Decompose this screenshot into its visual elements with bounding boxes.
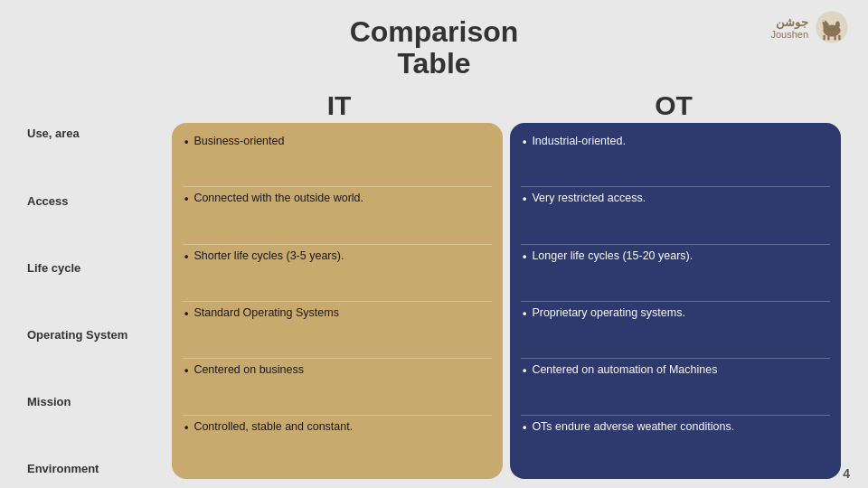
ot-text-lifecycle: Longer life cycles (15-20 years). (532, 249, 828, 264)
it-bullet-5: • (184, 420, 188, 436)
ot-bullet-4: • (523, 363, 526, 379)
it-cell-mission: • Centered on business (183, 359, 492, 416)
ot-text-os: Proprietary operating systems. (532, 305, 828, 321)
ot-bullet-5: • (523, 420, 526, 436)
svg-rect-5 (827, 35, 829, 41)
logo-text-area: جوشن Joushen (770, 15, 808, 40)
svg-rect-4 (823, 35, 825, 41)
row-label-environment: Environment (27, 458, 163, 479)
it-bullet-0: • (184, 135, 188, 150)
ot-bullet-0: • (523, 135, 526, 150)
title-line2: Table (397, 47, 470, 80)
row-labels-column: Use, area Access Life cycle Operating Sy… (27, 123, 172, 479)
ot-text-access: Very restricted access. (532, 191, 828, 206)
main-title: Comparison Table (350, 16, 519, 80)
ot-bullet-2: • (523, 249, 526, 265)
it-text-access: Connected with the outside world. (193, 191, 490, 206)
row-label-mission: Mission (27, 391, 163, 412)
it-column-header: IT (172, 90, 506, 121)
it-column: • Business-oriented • Connected with the… (172, 123, 503, 479)
it-bullet-2: • (184, 249, 188, 265)
logo-arabic: جوشن (770, 15, 808, 29)
it-text-use-area: Business-oriented (193, 134, 490, 149)
svg-point-9 (823, 21, 825, 23)
page-number: 4 (843, 466, 850, 481)
ot-cell-os: • Proprietary operating systems. (521, 302, 830, 359)
it-text-mission: Centered on business (193, 362, 490, 378)
it-text-os: Standard Operating Systems (193, 305, 490, 321)
it-bullet-3: • (184, 306, 188, 322)
page: جوشن Joushen Comparison Table IT OT (0, 0, 868, 488)
ot-column-header: OT (506, 90, 841, 121)
row-label-os: Operating System (27, 324, 163, 345)
title-area: Comparison Table (350, 16, 519, 80)
it-cell-os: • Standard Operating Systems (183, 302, 492, 359)
ot-bullet-3: • (523, 306, 526, 322)
logo-area: جوشن Joushen (770, 9, 850, 45)
it-cell-access: • Connected with the outside world. (183, 187, 492, 244)
ot-cell-mission: • Centered on automation of Machines (521, 359, 830, 416)
ot-cell-access: • Very restricted access. (521, 187, 830, 244)
it-text-environment: Controlled, stable and constant. (193, 419, 490, 435)
it-bullet-4: • (184, 363, 188, 379)
row-label-lifecycle: Life cycle (27, 258, 163, 278)
it-bullet-1: • (184, 192, 188, 207)
logo-icon (814, 9, 850, 45)
ot-bullet-1: • (523, 192, 526, 207)
logo-english: Joushen (770, 29, 808, 40)
ot-cell-lifecycle: • Longer life cycles (15-20 years). (521, 245, 830, 302)
it-cell-environment: • Controlled, stable and constant. (183, 416, 492, 472)
svg-point-8 (823, 20, 827, 25)
ot-column: • Industrial-oriented. • Very restricted… (510, 123, 841, 479)
svg-rect-6 (834, 35, 835, 41)
ot-cell-use-area: • Industrial-oriented. (521, 130, 830, 187)
it-text-lifecycle: Shorter life cycles (3-5 years). (193, 249, 490, 264)
row-label-access: Access (27, 191, 163, 211)
title-line1: Comparison (350, 15, 519, 48)
ot-text-use-area: Industrial-oriented. (532, 134, 828, 149)
ot-cell-environment: • OTs endure adverse weather conditions. (521, 416, 830, 472)
data-columns: • Business-oriented • Connected with the… (172, 123, 841, 479)
ot-text-environment: OTs endure adverse weather conditions. (532, 419, 828, 435)
comparison-table: Use, area Access Life cycle Operating Sy… (27, 123, 841, 479)
it-cell-use-area: • Business-oriented (183, 130, 492, 187)
row-label-use-area: Use, area (27, 123, 163, 144)
svg-point-3 (835, 22, 840, 29)
it-cell-lifecycle: • Shorter life cycles (3-5 years). (183, 245, 492, 302)
ot-text-mission: Centered on automation of Machines (532, 362, 828, 378)
svg-rect-7 (838, 35, 840, 41)
